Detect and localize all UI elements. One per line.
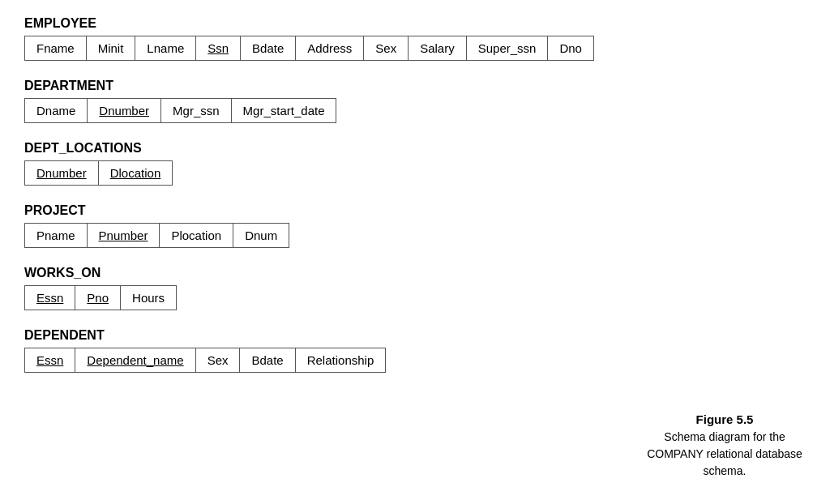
table-name-department: DEPARTMENT: [24, 79, 806, 93]
cell-project-dnum: Dnum: [233, 223, 289, 248]
table-group-dependent: DEPENDENTEssnDependent_nameSexBdateRelat…: [24, 328, 806, 373]
cell-dept_locations-dlocation: Dlocation: [98, 160, 173, 186]
cell-employee-salary: Salary: [408, 36, 467, 61]
table-row-project: PnamePnumberPlocationDnum: [24, 223, 806, 248]
cell-employee-dno: Dno: [547, 36, 594, 61]
figure-description: Schema diagram for the COMPANY relationa…: [647, 430, 802, 477]
table-row-dept_locations: DnumberDlocation: [24, 160, 806, 186]
table-name-dept_locations: DEPT_LOCATIONS: [24, 141, 806, 156]
table-group-dept_locations: DEPT_LOCATIONSDnumberDlocation: [24, 141, 806, 186]
cell-employee-lname: Lname: [135, 36, 196, 61]
table-name-dependent: DEPENDENT: [24, 328, 806, 343]
cell-project-pname: Pname: [24, 223, 88, 248]
cell-department-dnumber: Dnumber: [87, 98, 161, 123]
cell-works_on-essn: Essn: [24, 285, 75, 310]
cell-employee-minit: Minit: [86, 36, 136, 61]
figure-caption: Figure 5.5 Schema diagram for the COMPAN…: [644, 411, 806, 481]
cell-department-dname: Dname: [24, 98, 88, 123]
cell-works_on-hours: Hours: [120, 285, 177, 310]
cell-employee-bdate: Bdate: [240, 36, 296, 61]
table-name-works_on: WORKS_ON: [24, 266, 806, 280]
table-name-employee: EMPLOYEE: [24, 16, 806, 31]
table-group-employee: EMPLOYEEFnameMinitLnameSsnBdateAddressSe…: [24, 16, 806, 61]
cell-dependent-essn: Essn: [24, 348, 75, 373]
cell-employee-ssn: Ssn: [195, 36, 241, 61]
table-group-project: PROJECTPnamePnumberPlocationDnum: [24, 203, 806, 248]
cell-employee-address: Address: [295, 36, 364, 61]
table-row-employee: FnameMinitLnameSsnBdateAddressSexSalaryS…: [24, 36, 806, 61]
cell-dept_locations-dnumber: Dnumber: [24, 160, 99, 186]
cell-project-plocation: Plocation: [159, 223, 233, 248]
table-name-project: PROJECT: [24, 203, 806, 218]
cell-dependent-sex: Sex: [195, 348, 241, 373]
cell-dependent-dependent_name: Dependent_name: [75, 348, 195, 373]
table-row-works_on: EssnPnoHours: [24, 285, 806, 310]
cell-department-mgr_start_date: Mgr_start_date: [231, 98, 337, 123]
table-group-works_on: WORKS_ONEssnPnoHours: [24, 266, 806, 310]
table-row-department: DnameDnumberMgr_ssnMgr_start_date: [24, 98, 806, 123]
cell-works_on-pno: Pno: [75, 285, 121, 310]
cell-dependent-relationship: Relationship: [295, 348, 387, 373]
table-group-department: DEPARTMENTDnameDnumberMgr_ssnMgr_start_d…: [24, 79, 806, 123]
cell-project-pnumber: Pnumber: [87, 223, 160, 248]
cell-employee-fname: Fname: [24, 36, 87, 61]
cell-department-mgr_ssn: Mgr_ssn: [160, 98, 232, 123]
cell-employee-sex: Sex: [363, 36, 409, 61]
figure-title: Figure 5.5: [696, 412, 754, 426]
cell-employee-super_ssn: Super_ssn: [466, 36, 549, 61]
table-row-dependent: EssnDependent_nameSexBdateRelationship: [24, 348, 806, 373]
cell-dependent-bdate: Bdate: [239, 348, 295, 373]
